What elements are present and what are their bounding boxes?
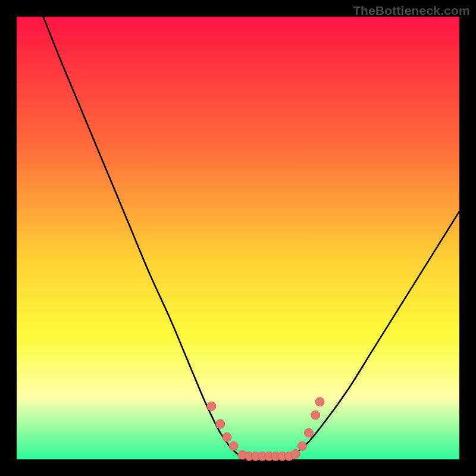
marker-dot bbox=[207, 402, 216, 411]
plot-background bbox=[17, 17, 459, 459]
bottleneck-chart bbox=[0, 0, 476, 476]
marker-dot bbox=[291, 450, 300, 459]
marker-dot bbox=[223, 433, 231, 441]
marker-dot bbox=[216, 419, 225, 428]
marker-dot bbox=[229, 441, 238, 450]
marker-dot bbox=[305, 428, 314, 437]
chart-frame: TheBottleneck.com bbox=[0, 0, 476, 476]
watermark-text: TheBottleneck.com bbox=[353, 4, 470, 18]
marker-dot bbox=[315, 397, 324, 406]
marker-dot bbox=[298, 441, 306, 450]
marker-dot bbox=[311, 411, 320, 419]
